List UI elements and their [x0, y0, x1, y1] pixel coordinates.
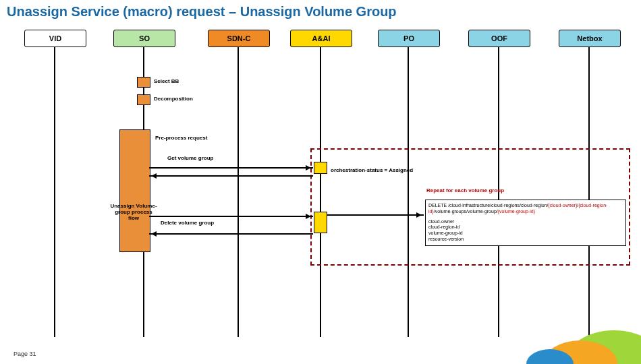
page-title: Unassign Service (macro) request – Unass…: [7, 4, 397, 20]
label-flow-name: Unassign Volume-group process flow: [110, 204, 157, 221]
api-path-prefix: /cloud-infrastructure/cloud-regions/clou…: [447, 203, 548, 208]
label-delete-vg: Delete volume group: [161, 220, 214, 226]
slide-page: Unassign Service (macro) request – Unass…: [0, 0, 641, 364]
api-mid: /volume-groups/volume-group/: [434, 209, 498, 214]
arrow-delete-vg-ret: [149, 233, 313, 235]
label-preprocess: Pre-process request: [155, 135, 207, 141]
arrow-delete-vg: [149, 216, 313, 217]
page-number: Page 31: [13, 351, 36, 357]
activation-so-decompose: [137, 94, 150, 105]
api-p3: {volume-group-id}: [498, 209, 535, 214]
arrow-get-vg: [149, 167, 313, 169]
api-method: DELETE: [428, 203, 447, 208]
api-param-0: cloud-owner: [428, 219, 623, 225]
activation-so-flow: [119, 129, 150, 252]
label-orch-status: orchestration-status = Assigned: [331, 167, 418, 173]
lane-po: PO: [378, 30, 440, 47]
lane-so: SO: [113, 30, 175, 47]
lane-oof: OOF: [468, 30, 530, 47]
lane-vid: VID: [24, 30, 86, 47]
decorative-clouds-icon: [479, 297, 641, 364]
api-note-line1: DELETE /cloud-infrastructure/cloud-regio…: [428, 203, 623, 215]
label-loop: Repeat for each volume group: [426, 187, 504, 193]
activation-aai-get: [314, 162, 327, 174]
label-get-vg: Get volume group: [167, 155, 213, 161]
api-note: DELETE /cloud-infrastructure/cloud-regio…: [425, 200, 626, 246]
lane-aai: A&AI: [290, 30, 352, 47]
api-param-3: resource-version: [428, 237, 623, 243]
label-decompose: Decomposition: [154, 96, 193, 102]
activation-aai-del: [314, 212, 327, 233]
lifeline-vid: [54, 47, 55, 337]
arrow-to-note: [327, 214, 424, 216]
api-p1: {cloud-owner}: [548, 203, 577, 208]
lane-netbox: Netbox: [559, 30, 621, 47]
lifeline-sdnc: [238, 47, 239, 337]
arrow-get-vg-ret: [149, 175, 313, 177]
api-param-2: volume-group-id: [428, 231, 623, 237]
lane-sdnc: SDN-C: [208, 30, 270, 47]
label-select-bb: Select BB: [154, 78, 179, 84]
api-param-1: cloud-region-id: [428, 224, 623, 231]
activation-so-selectbb: [137, 77, 150, 88]
